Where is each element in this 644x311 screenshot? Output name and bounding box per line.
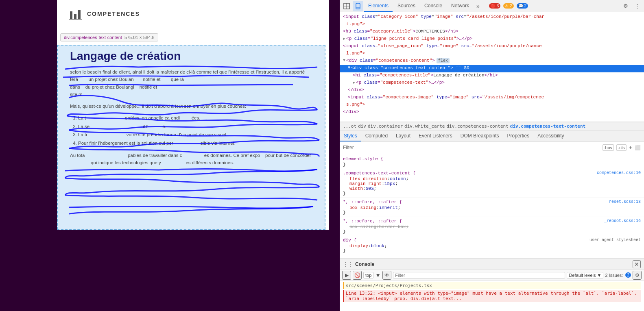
tab-computed[interactable]: Computed: [361, 130, 392, 141]
tab-properties[interactable]: Properties: [503, 130, 534, 141]
css-prop[interactable]: display: [349, 244, 368, 248]
webpage-panel: COMPETENCES div.competences-text-content…: [0, 0, 340, 311]
css-property-line: display : block ;: [343, 244, 641, 248]
html-line[interactable]: ▶ <p class="competences-text">…</p>: [340, 80, 644, 87]
css-prop[interactable]: box-sizing: [349, 205, 376, 210]
filter-fullscreen-btn[interactable]: ⬜: [635, 145, 641, 150]
device-toggle-btn[interactable]: [353, 1, 363, 11]
settings-btn[interactable]: ⚙: [620, 1, 631, 11]
svg-point-9: [358, 8, 358, 9]
css-selector[interactable]: element.style {: [343, 157, 383, 161]
tab-console[interactable]: Console: [420, 0, 446, 12]
tab-styles[interactable]: Styles: [340, 130, 361, 141]
css-property-line: flex-direction : column ;: [343, 176, 641, 181]
css-source[interactable]: _reboot.scss:16: [604, 219, 641, 224]
html-tag: <input class="category_icon" type="image…: [343, 14, 544, 19]
css-selector[interactable]: div {: [343, 238, 356, 243]
css-rule-reboot: *, ::before, ::after { _reboot.scss:16 b…: [340, 217, 644, 236]
tab-elements[interactable]: Elements: [364, 0, 393, 12]
console-block-btn[interactable]: 🚫: [353, 271, 362, 280]
html-line[interactable]: ▼ <div class="competences-content"> flex: [340, 58, 644, 65]
css-rule-element-style: element.style { }: [340, 155, 644, 169]
console-issues-badge: 2 Issues: 2: [605, 272, 631, 278]
html-line[interactable]: <input class="close_page_icon" type="ima…: [340, 43, 644, 50]
html-line[interactable]: <input class="category_icon" type="image…: [340, 14, 644, 21]
html-line[interactable]: s.png">: [340, 102, 644, 109]
html-panel: <input class="category_icon" type="image…: [340, 12, 644, 122]
html-line[interactable]: ▶ <p class="ligne_points card_ligne_poin…: [340, 36, 644, 43]
css-rule-competences: .competences-text-content { competences.…: [340, 169, 644, 198]
highlighted-content-area: Langage de création selon le besoin fina…: [57, 45, 325, 230]
css-prop[interactable]: flex-direction: [349, 176, 387, 181]
breadcrumb-item[interactable]: div: [358, 124, 366, 129]
html-line[interactable]: t.png">: [340, 21, 644, 28]
content-footer: Au tota pables de travailler dans c es d…: [70, 152, 312, 167]
html-line-selected[interactable]: ▼ <div class="competences-text-content">…: [340, 65, 644, 72]
more-options-btn[interactable]: ⋮: [632, 1, 642, 11]
list-item: La tr votre site prendra forme d'un poin…: [78, 130, 312, 139]
css-rule-header: *, ::before, ::after { _reset.scss:13: [343, 200, 641, 204]
tooltip-tag: div.competences-text-content: [64, 35, 122, 40]
console-dropdown-btn[interactable]: ▼: [375, 272, 381, 278]
breadcrumb-item[interactable]: div.competences-content: [446, 124, 508, 129]
css-close-brace: }: [343, 162, 346, 167]
tab-layout[interactable]: Layout: [392, 130, 415, 141]
css-prop[interactable]: width: [349, 186, 363, 191]
css-source[interactable]: _reset.scss:13: [607, 200, 641, 204]
css-selector[interactable]: .competences-text-content {: [343, 171, 415, 176]
console-title: Console: [355, 261, 374, 267]
bar-chart-icon: [69, 8, 82, 20]
css-prop[interactable]: box-sizing: [349, 224, 376, 229]
css-value: border-box: [379, 224, 406, 229]
css-selector[interactable]: *, ::before, ::after {: [343, 200, 402, 204]
html-line[interactable]: l.png">: [340, 50, 644, 58]
filter-cls-btn[interactable]: .cls: [616, 144, 627, 151]
css-panel: element.style { } .competences-text-cont…: [340, 153, 644, 258]
console-levels-select[interactable]: Default levels ▼: [567, 272, 603, 278]
console-close-btn[interactable]: ✕: [633, 260, 641, 268]
content-heading: Langage de création: [70, 50, 312, 63]
tab-event-listeners[interactable]: Event Listeners: [415, 130, 456, 141]
css-value: 15px: [384, 181, 395, 186]
html-line[interactable]: <input class="competences-image" type="i…: [340, 94, 644, 102]
breadcrumb-item[interactable]: div.container: [368, 124, 403, 129]
html-line[interactable]: </div>: [340, 109, 644, 116]
html-line[interactable]: <h3 class="category_title">COMPETENCES</…: [340, 28, 644, 36]
list-item: La t ordées, on appelle ça endi ées.: [78, 114, 312, 122]
tab-network[interactable]: Network: [447, 0, 473, 12]
console-drag-btn[interactable]: ⋮⋮: [343, 261, 353, 267]
css-source[interactable]: competences.css:10: [597, 171, 641, 176]
css-selector[interactable]: *, ::before, ::after {: [343, 219, 402, 224]
svg-rect-2: [78, 10, 81, 20]
console-top-select[interactable]: top: [363, 272, 373, 278]
more-tabs-btn[interactable]: »: [474, 3, 482, 9]
css-property-line: width : 50% ;: [343, 186, 641, 191]
tab-accessibility[interactable]: Accessibility: [533, 130, 568, 141]
tab-sources[interactable]: Sources: [393, 0, 419, 12]
css-value: 50%: [366, 186, 374, 191]
css-rule-reset: *, ::before, ::after { _reset.scss:13 bo…: [340, 198, 644, 217]
console-play-btn[interactable]: ▶: [342, 271, 351, 280]
css-rule-header: element.style {: [343, 157, 641, 161]
css-rule-header: div { user agent stylesheet: [343, 238, 641, 243]
tab-dom-breakpoints[interactable]: DOM Breakpoints: [456, 130, 503, 141]
inspect-element-btn[interactable]: [341, 1, 352, 11]
page-header: COMPETENCES: [69, 8, 317, 20]
console-gear-btn[interactable]: ⚙: [633, 271, 642, 280]
styles-tabs: Styles Computed Layout Event Listeners D…: [340, 130, 644, 142]
css-prop[interactable]: margin-right: [349, 181, 382, 186]
breadcrumb-item[interactable]: ...ot: [343, 124, 356, 129]
html-line[interactable]: </div>: [340, 87, 644, 94]
console-filter-input[interactable]: [393, 272, 565, 278]
css-property-line: box-sizing : inherit ;: [343, 205, 641, 210]
console-eye-btn[interactable]: 👁: [382, 271, 391, 280]
content-para-1: selon le besoin final de client, ainsi i…: [70, 68, 312, 98]
breadcrumb-item[interactable]: div.white_carte: [404, 124, 445, 129]
filter-input[interactable]: [343, 145, 600, 150]
filter-add-btn[interactable]: +: [629, 144, 632, 151]
html-line[interactable]: <h1 class="competences-title">Langage de…: [340, 72, 644, 80]
filter-hov-btn[interactable]: :hov: [603, 144, 614, 151]
breadcrumb-item[interactable]: div.competences-text-content: [510, 124, 585, 129]
css-rule-header: .competences-text-content { competences.…: [343, 171, 641, 176]
filter-bar: :hov .cls + ⬜: [340, 142, 644, 153]
